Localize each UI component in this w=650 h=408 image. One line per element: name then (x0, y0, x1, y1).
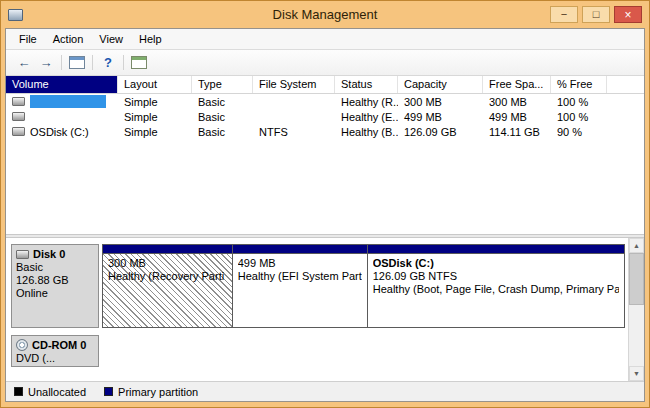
cell-layout: Simple (118, 96, 192, 108)
cell-free-space: 300 MB (483, 96, 551, 108)
column-header-capacity[interactable]: Capacity (398, 76, 483, 93)
partition-status: Healthy (Recovery Parti (108, 270, 227, 282)
cell-capacity: 126.09 GB (398, 126, 483, 138)
partition-color-strip (103, 245, 232, 254)
cell-layout: Simple (118, 111, 192, 123)
volume-name: OSDisk (C:) (30, 126, 89, 138)
partition-size: 126.09 GB NTFS (373, 270, 619, 282)
column-header-pct-free[interactable]: % Free (551, 76, 607, 93)
hard-disk-icon (16, 250, 29, 259)
graphical-view-pane: Disk 0 Basic 126.88 GB Online 300 MB Hea… (6, 238, 644, 381)
legend-primary-partition-label: Primary partition (118, 386, 198, 398)
cell-status: Healthy (E... (335, 111, 398, 123)
menu-file[interactable]: File (11, 30, 45, 48)
column-header-type[interactable]: Type (192, 76, 253, 93)
primary-partition-swatch (104, 387, 113, 396)
partition-size: 300 MB (108, 257, 227, 269)
cell-free-space: 499 MB (483, 111, 551, 123)
partition-efi-system[interactable]: 499 MB Healthy (EFI System Partit (232, 244, 368, 328)
cell-status: Healthy (R... (335, 96, 398, 108)
menu-help[interactable]: Help (131, 30, 170, 48)
cdrom0-label[interactable]: CD-ROM 0 DVD (... (11, 335, 99, 367)
show-console-tree-icon[interactable] (66, 53, 88, 73)
back-icon[interactable]: ← (13, 53, 35, 73)
cell-pct-free: 100 % (551, 111, 607, 123)
disk-management-app-icon[interactable] (8, 9, 23, 21)
caption-buttons: − □ × (550, 6, 642, 23)
scrollbar-track[interactable] (629, 253, 644, 366)
column-header-file-system[interactable]: File System (253, 76, 335, 93)
scroll-down-icon[interactable]: ▼ (629, 366, 644, 381)
toolbar: ← → ? (6, 50, 644, 76)
column-header-volume[interactable]: Volume (6, 76, 118, 93)
toolbar-separator (123, 55, 124, 70)
selected-volume-name (30, 95, 106, 108)
cell-capacity: 499 MB (398, 111, 483, 123)
partition-body: 499 MB Healthy (EFI System Partit (233, 254, 367, 327)
cell-file-system: NTFS (253, 126, 335, 138)
disk0-status: Online (16, 287, 94, 299)
toolbar-separator (61, 55, 62, 70)
cell-pct-free: 100 % (551, 96, 607, 108)
partition-status: Healthy (EFI System Partit (238, 270, 362, 282)
table-row-osdisk-volume[interactable]: OSDisk (C:) Simple Basic NTFS Healthy (B… (6, 124, 644, 139)
legend-unallocated: Unallocated (14, 386, 86, 398)
table-row-efi-volume[interactable]: Simple Basic Healthy (E... 499 MB 499 MB… (6, 109, 644, 124)
menu-action[interactable]: Action (45, 30, 92, 48)
minimize-button[interactable]: − (550, 6, 578, 23)
partition-osdisk-c[interactable]: OSDisk (C:) 126.09 GB NTFS Healthy (Boot… (367, 244, 625, 328)
cell-free-space: 114.11 GB (483, 126, 551, 138)
volume-icon (12, 112, 25, 121)
cd-rom-icon (16, 339, 28, 351)
cdrom0-name: CD-ROM 0 (32, 339, 86, 351)
disk0-label[interactable]: Disk 0 Basic 126.88 GB Online (11, 244, 99, 328)
action-pane-icon[interactable] (128, 53, 150, 73)
console-window-icon (69, 56, 85, 69)
vertical-scrollbar[interactable]: ▲ ▼ (628, 238, 644, 381)
menubar: File Action View Help (6, 29, 644, 50)
unallocated-swatch (14, 387, 23, 396)
help-icon[interactable]: ? (97, 53, 119, 73)
titlebar: Disk Management − □ × (1, 1, 649, 28)
column-header-filler (607, 76, 644, 93)
partition-legend: Unallocated Primary partition (6, 381, 644, 401)
scrollbar-thumb[interactable] (629, 253, 644, 305)
partition-color-strip (368, 245, 624, 254)
cell-type: Basic (192, 126, 253, 138)
column-header-layout[interactable]: Layout (118, 76, 192, 93)
partition-body: OSDisk (C:) 126.09 GB NTFS Healthy (Boot… (368, 254, 624, 327)
cdrom0-row: CD-ROM 0 DVD (... (11, 335, 625, 367)
toolbar-separator (92, 55, 93, 70)
action-pane-glyph (131, 56, 147, 69)
legend-unallocated-label: Unallocated (28, 386, 86, 398)
close-button[interactable]: × (614, 6, 642, 23)
scroll-up-icon[interactable]: ▲ (629, 238, 644, 253)
disk0-partitions: 300 MB Healthy (Recovery Parti 499 MB He… (102, 244, 625, 328)
cell-type: Basic (192, 96, 253, 108)
volume-list-pane: Volume Layout Type File System Status Ca… (6, 76, 644, 234)
volume-icon (12, 127, 25, 136)
cdrom0-type: DVD (... (16, 352, 94, 364)
column-header-status[interactable]: Status (335, 76, 398, 93)
menu-view[interactable]: View (91, 30, 131, 48)
partition-color-strip (233, 245, 367, 254)
volume-list-header: Volume Layout Type File System Status Ca… (6, 76, 644, 94)
forward-icon[interactable]: → (35, 53, 57, 73)
cell-status: Healthy (B... (335, 126, 398, 138)
partition-size: 499 MB (238, 257, 362, 269)
partition-body: 300 MB Healthy (Recovery Parti (103, 254, 232, 327)
partition-status: Healthy (Boot, Page File, Crash Dump, Pr… (373, 283, 619, 295)
partition-name: OSDisk (C:) (373, 257, 619, 269)
disk0-name: Disk 0 (33, 248, 65, 260)
table-row-recovery-volume[interactable]: Simple Basic Healthy (R... 300 MB 300 MB… (6, 94, 644, 109)
maximize-button[interactable]: □ (582, 6, 610, 23)
cell-layout: Simple (118, 126, 192, 138)
cell-type: Basic (192, 111, 253, 123)
partition-recovery[interactable]: 300 MB Healthy (Recovery Parti (102, 244, 233, 328)
disk-management-window: Disk Management − □ × File Action View H… (0, 0, 650, 408)
legend-primary-partition: Primary partition (104, 386, 198, 398)
cell-capacity: 300 MB (398, 96, 483, 108)
cell-pct-free: 90 % (551, 126, 607, 138)
disk0-type: Basic (16, 261, 94, 273)
column-header-free-space[interactable]: Free Spa... (483, 76, 551, 93)
